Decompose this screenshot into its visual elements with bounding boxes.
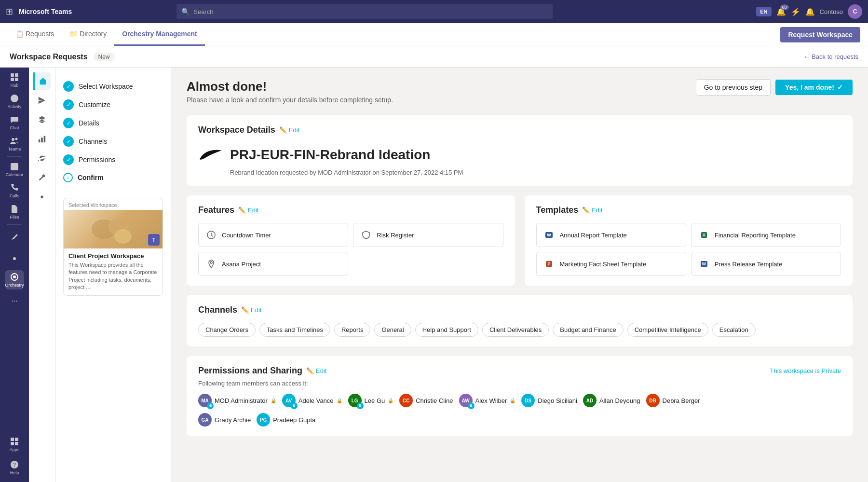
bell-icon[interactable]: 🔔: [805, 7, 815, 16]
back-to-requests-button[interactable]: ← Back to requests: [803, 53, 858, 60]
user-avatar[interactable]: C: [848, 4, 862, 19]
member-adele-vance: AV♛ Adele Vance 🔒: [282, 394, 342, 407]
almost-done-title: Almost done!: [187, 79, 393, 94]
sidebar-divider-2: [7, 224, 22, 225]
svg-rect-16: [39, 139, 41, 142]
orchestry-sidebar: [29, 68, 55, 482]
notification-badge: 60: [780, 4, 789, 10]
svg-point-19: [41, 195, 43, 198]
wizard-step-details[interactable]: ✓ Details: [63, 114, 163, 132]
tab-directory[interactable]: 📁 Directory: [62, 23, 114, 46]
svg-rect-10: [11, 438, 14, 441]
tab-orchestry-management[interactable]: Orchestry Management: [114, 23, 205, 46]
orch-icon-chart[interactable]: [33, 130, 51, 148]
orch-icon-send[interactable]: [33, 92, 51, 109]
back-arrow-icon: ←: [803, 53, 810, 60]
sidebar-item-help[interactable]: ? Help: [5, 458, 24, 477]
member-diego-siciliani: DS Diego Siciliani: [521, 394, 577, 407]
language-button[interactable]: EN: [756, 7, 771, 16]
permissions-section: Permissions and Sharing ✏️ Edit This wor…: [187, 356, 853, 436]
sidebar-item-more[interactable]: ···: [5, 291, 24, 311]
sidebar-item-orchestry[interactable]: Orchestry: [5, 270, 24, 289]
orch-icon-layers[interactable]: [33, 111, 51, 128]
orch-icon-refresh[interactable]: [33, 150, 51, 167]
permissions-header: Permissions and Sharing ✏️ Edit This wor…: [198, 366, 841, 376]
svg-rect-0: [11, 73, 14, 77]
done-button[interactable]: Yes, I am done! ✓: [775, 80, 853, 95]
svg-rect-13: [15, 442, 18, 445]
checkmark-icon: ✓: [837, 83, 843, 91]
member-avatar-allan: AD: [583, 394, 597, 407]
channel-reports: Reports: [334, 323, 371, 337]
channel-competitive-intel: Competitive Intelligence: [627, 323, 708, 337]
channel-general: General: [374, 323, 411, 337]
member-avatar-grady: GA: [198, 413, 212, 427]
member-avatar-debra: DB: [646, 394, 660, 407]
sidebar-item-apps[interactable]: Apps: [5, 435, 24, 454]
pencil-icon-templates: ✏️: [582, 207, 590, 214]
app-grid-icon[interactable]: ⊞: [6, 6, 13, 17]
svg-rect-12: [11, 442, 14, 445]
ppt-icon-marketing: P: [543, 258, 555, 270]
templates-edit-button[interactable]: ✏️ Edit: [582, 207, 602, 214]
ws-card-desc: This Workspace provides all the features…: [68, 262, 158, 291]
search-input[interactable]: [193, 8, 548, 15]
orch-icon-home[interactable]: [33, 72, 51, 90]
features-edit-button[interactable]: ✏️ Edit: [238, 207, 258, 214]
svg-point-24: [210, 262, 212, 263]
sidebar-item-settings[interactable]: [5, 249, 24, 268]
wizard-step-confirm[interactable]: ○ Confirm: [63, 169, 163, 186]
workspace-details-section: Workspace Details ✏️ Edit PRJ-EUR-FIN-Re…: [187, 115, 853, 186]
member-avatar-lee: LG♛: [348, 394, 362, 407]
svg-rect-1: [15, 73, 18, 77]
sidebar-item-hub[interactable]: Hub: [5, 70, 24, 90]
ms-teams-badge: T: [148, 234, 160, 246]
prev-step-button[interactable]: Go to previous step: [696, 79, 771, 96]
member-debra-berger: DB Debra Berger: [646, 394, 700, 407]
wizard-sidebar: ✓ Select Workspace ✓ Customize ✓ Details…: [55, 68, 171, 482]
sidebar-item-chat[interactable]: Chat: [5, 113, 24, 132]
workspace-details-edit-button[interactable]: ✏️ Edit: [279, 126, 299, 134]
step-icon-confirm: ○: [63, 173, 73, 182]
ws-card-title: Client Project Workspace: [68, 252, 158, 260]
features-header: Features ✏️ Edit: [198, 205, 503, 215]
almost-done-subtitle: Please have a look and confirm your deta…: [187, 96, 393, 104]
svg-text:?: ?: [13, 462, 16, 468]
step-icon-channels: ✓: [63, 136, 74, 147]
sidebar-item-calls[interactable]: Calls: [5, 181, 24, 200]
pencil-icon-details: ✏️: [279, 126, 287, 134]
sidebar-item-calendar[interactable]: Calendar: [5, 160, 24, 179]
channels-section: Channels ✏️ Edit Change Orders Tasks and…: [187, 295, 853, 346]
sidebar-item-teams[interactable]: Teams: [5, 134, 24, 153]
pencil-icon-permissions: ✏️: [306, 367, 314, 374]
location-icon: [205, 258, 217, 270]
sidebar-item-activity[interactable]: Activity: [5, 92, 24, 111]
wizard-step-select[interactable]: ✓ Select Workspace: [63, 77, 163, 96]
wizard-step-permissions[interactable]: ✓ Permissions: [63, 151, 163, 169]
templates-header: Templates ✏️ Edit: [536, 205, 841, 215]
step-icon-details: ✓: [63, 118, 74, 128]
member-avatar-mod: MA♛: [198, 394, 212, 407]
wizard-step-channels[interactable]: ✓ Channels: [63, 132, 163, 151]
channel-help-support: Help and Support: [415, 323, 478, 337]
orch-icon-wrench[interactable]: [33, 169, 51, 186]
svg-rect-3: [15, 78, 18, 81]
members-list: MA♛ MOD Administrator 🔒 AV♛ Adele Vance …: [198, 394, 841, 407]
sidebar-item-files[interactable]: Files: [5, 202, 24, 221]
channels-edit-button[interactable]: ✏️ Edit: [241, 306, 261, 314]
permissions-edit-button[interactable]: ✏️ Edit: [306, 367, 326, 374]
private-badge: This workspace is Private: [770, 367, 841, 374]
templates-grid: W Annual Report Template X Financial Rep…: [536, 223, 841, 276]
lightning-icon[interactable]: ⚡: [791, 7, 800, 16]
sidebar-item-tools[interactable]: [5, 228, 24, 247]
search-icon: 🔍: [181, 8, 190, 15]
wizard-step-customize[interactable]: ✓ Customize: [63, 96, 163, 114]
request-workspace-button[interactable]: Request Workspace: [780, 27, 860, 42]
member-avatar-alex: AW♛: [459, 394, 473, 407]
workspace-main-title: PRJ-EUR-FIN-Rebrand Ideation: [230, 147, 430, 163]
orch-icon-gear[interactable]: [33, 188, 51, 206]
notifications-icon[interactable]: 🔔 60: [776, 7, 786, 16]
channel-budget-finance: Budget and Finance: [553, 323, 623, 337]
tab-requests[interactable]: 📋 Requests: [8, 23, 62, 46]
member-avatar-adele: AV♛: [282, 394, 296, 407]
